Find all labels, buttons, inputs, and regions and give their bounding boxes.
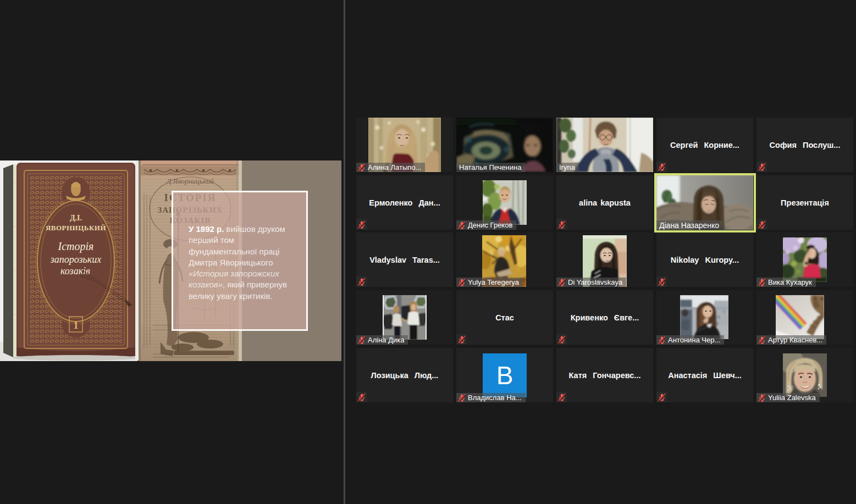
svg-text:Д.Яворницький: Д.Яворницький	[165, 177, 214, 185]
svg-text:1: 1	[73, 319, 79, 331]
svg-text:запорозьких: запорозьких	[50, 254, 101, 265]
svg-text:Д.І.: Д.І.	[70, 214, 82, 222]
svg-text:Історія: Історія	[58, 240, 94, 253]
svg-text:ЯВОРНИЦЬКИЙ: ЯВОРНИЦЬКИЙ	[46, 224, 106, 232]
